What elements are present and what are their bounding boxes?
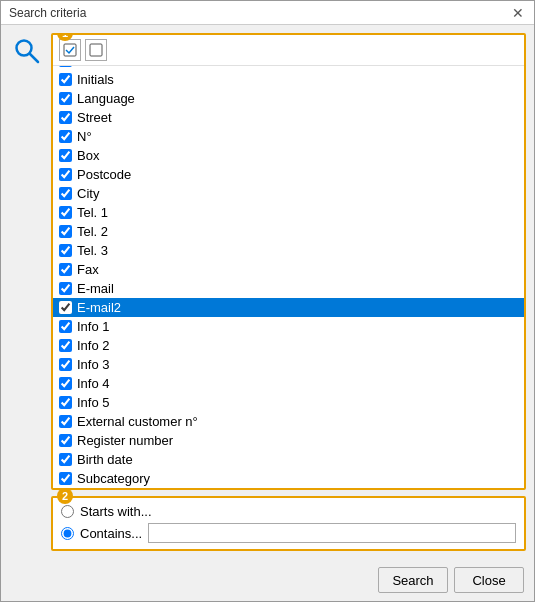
list-item-checkbox[interactable] [59, 377, 72, 390]
list-item-checkbox[interactable] [59, 282, 72, 295]
list-item[interactable]: Fax [53, 260, 524, 279]
list-item[interactable]: Initials [53, 70, 524, 89]
close-icon[interactable]: ✕ [510, 5, 526, 21]
svg-line-1 [30, 54, 39, 63]
list-item[interactable]: E-mail [53, 279, 524, 298]
footer: Search Close [1, 559, 534, 601]
list-item-label: Tel. 3 [77, 243, 108, 258]
list-item-label: Info 4 [77, 376, 110, 391]
search-criteria-dialog: Search criteria ✕ 1 [0, 0, 535, 602]
uncheck-all-icon [89, 43, 103, 57]
list-item-checkbox[interactable] [59, 92, 72, 105]
list-item-label: Tel. 2 [77, 224, 108, 239]
list-item[interactable]: N° [53, 127, 524, 146]
checkbox-toolbar [53, 35, 524, 66]
list-item-label: Box [77, 148, 99, 163]
svg-rect-2 [64, 44, 76, 56]
list-item[interactable]: Info 1 [53, 317, 524, 336]
list-item-checkbox[interactable] [59, 434, 72, 447]
list-item-label: Postcode [77, 167, 131, 182]
list-item-label: Info 2 [77, 338, 110, 353]
list-item[interactable]: Postcode [53, 165, 524, 184]
list-item-checkbox[interactable] [59, 130, 72, 143]
right-panel: 1 [51, 33, 526, 551]
list-item-label: Fax [77, 262, 99, 277]
list-item-checkbox[interactable] [59, 244, 72, 257]
list-item[interactable]: Info 2 [53, 336, 524, 355]
list-item-checkbox[interactable] [59, 453, 72, 466]
list-item[interactable]: Register number [53, 431, 524, 450]
list-item[interactable]: Tel. 3 [53, 241, 524, 260]
list-item-label: Initials [77, 72, 114, 87]
list-item-checkbox[interactable] [59, 339, 72, 352]
list-item-checkbox[interactable] [59, 415, 72, 428]
list-item-label: Birth date [77, 452, 133, 467]
list-item-checkbox[interactable] [59, 149, 72, 162]
contains-label[interactable]: Contains... [80, 526, 142, 541]
list-item-checkbox[interactable] [59, 472, 72, 485]
list-item-label: Register number [77, 433, 173, 448]
check-all-button[interactable] [59, 39, 81, 61]
list-item-checkbox[interactable] [59, 66, 72, 67]
list-item-label: External customer n° [77, 414, 198, 429]
list-item-checkbox[interactable] [59, 206, 72, 219]
left-panel [9, 33, 45, 551]
svg-rect-3 [90, 44, 102, 56]
search-icon [13, 37, 41, 65]
list-item-checkbox[interactable] [59, 187, 72, 200]
list-item-label: E-mail2 [77, 300, 121, 315]
list-item-label: Language [77, 91, 135, 106]
list-item-label: City [77, 186, 99, 201]
list-item[interactable]: E-mail2 [53, 298, 524, 317]
list-item[interactable]: Info 3 [53, 355, 524, 374]
list-item-checkbox[interactable] [59, 111, 72, 124]
list-item[interactable]: Tel. 1 [53, 203, 524, 222]
list-item[interactable]: Info 5 [53, 393, 524, 412]
close-button[interactable]: Close [454, 567, 524, 593]
dialog-title: Search criteria [9, 6, 86, 20]
list-item-label: N° [77, 129, 92, 144]
search-button[interactable]: Search [378, 567, 448, 593]
list-item-checkbox[interactable] [59, 301, 72, 314]
list-item-checkbox[interactable] [59, 320, 72, 333]
list-item[interactable]: Tel. 2 [53, 222, 524, 241]
check-all-icon [63, 43, 77, 57]
starts-with-radio[interactable] [61, 505, 74, 518]
list-item-label: Info 3 [77, 357, 110, 372]
list-item[interactable]: Subcategory [53, 469, 524, 488]
list-item[interactable]: City [53, 184, 524, 203]
list-item-checkbox[interactable] [59, 396, 72, 409]
list-item-label: Subcategory [77, 471, 150, 486]
list-item-checkbox[interactable] [59, 168, 72, 181]
list-item-checkbox[interactable] [59, 225, 72, 238]
contains-row: Contains... [61, 523, 516, 543]
main-content: 1 [1, 25, 534, 559]
section1-container: 1 [51, 33, 526, 490]
section2-container: 2 Starts with... Contains... [51, 496, 526, 551]
title-bar: Search criteria ✕ [1, 1, 534, 25]
contains-radio[interactable] [61, 527, 74, 540]
uncheck-all-button[interactable] [85, 39, 107, 61]
list-item[interactable]: Info 4 [53, 374, 524, 393]
list-item-label: Tel. 1 [77, 205, 108, 220]
criteria-list[interactable]: Customer groupCodeNameMiddle nameFirst n… [53, 66, 524, 488]
starts-with-label[interactable]: Starts with... [80, 504, 152, 519]
list-item-label: Info 5 [77, 395, 110, 410]
list-item[interactable]: Street [53, 108, 524, 127]
list-item[interactable]: Language [53, 89, 524, 108]
search-text-input[interactable] [148, 523, 516, 543]
list-item-checkbox[interactable] [59, 263, 72, 276]
list-item-label: E-mail [77, 281, 114, 296]
list-item-checkbox[interactable] [59, 73, 72, 86]
list-item-label: Info 1 [77, 319, 110, 334]
list-item-label: First name [77, 66, 138, 68]
section2-badge: 2 [57, 488, 73, 504]
list-item[interactable]: External customer n° [53, 412, 524, 431]
list-item-label: Street [77, 110, 112, 125]
list-item-checkbox[interactable] [59, 358, 72, 371]
starts-with-row: Starts with... [61, 504, 516, 519]
list-item[interactable]: Birth date [53, 450, 524, 469]
list-item[interactable]: Box [53, 146, 524, 165]
